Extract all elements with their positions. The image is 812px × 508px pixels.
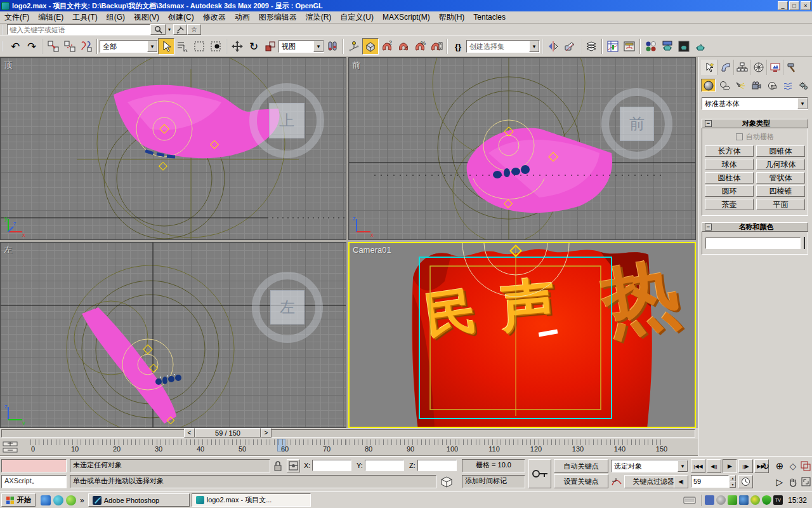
task-photoshop[interactable]: Adobe Photoshop [88,493,190,507]
zoom-region-icon[interactable] [799,459,812,473]
tray-antivirus-icon[interactable] [750,495,760,505]
isolate-cube-icon[interactable] [440,476,453,488]
rectangular-selection-region-button[interactable] [191,38,207,55]
minimize-button[interactable]: _ [778,1,788,10]
snap-2d-button[interactable]: 2 [379,38,395,55]
tab-motion[interactable] [750,60,767,75]
auto-key-button[interactable]: 自动关键点 [554,459,608,473]
object-button-cylinder[interactable]: 圆柱体 [705,172,754,184]
collapse-icon[interactable]: − [705,224,712,231]
tray-qq-icon[interactable] [739,495,749,505]
select-and-rotate-button[interactable]: ↻ [246,38,262,55]
menu-item-animation[interactable]: 动画 [230,11,254,24]
time-slider-value[interactable]: 59 / 150 [195,428,261,438]
menu-item-create[interactable]: 创建(C) [164,11,199,24]
tray-keyboard-icon[interactable] [683,496,696,505]
viewcube[interactable]: 前 [601,88,672,159]
rendered-frame-window-button[interactable] [676,38,692,55]
unlink-button[interactable] [62,38,78,55]
angle-snap-button[interactable] [395,38,412,55]
track-bar[interactable]: 0 10 20 30 40 50 60 70 80 90 100 110 120… [0,439,698,456]
menu-item-views[interactable]: 视图(V) [129,11,164,24]
tray-shield-icon[interactable] [762,495,771,505]
chevron-down-icon[interactable]: ▾ [678,460,688,472]
favorites-icon[interactable]: ☆ [187,24,201,35]
viewcube-face-label[interactable]: 上 [269,103,304,138]
object-type-rollout-header[interactable]: − 对象类型 [702,119,808,128]
tray-volume-icon[interactable] [716,495,726,505]
category-helpers[interactable] [764,79,779,92]
quick-render-button[interactable] [692,38,709,55]
previous-frame-arrow[interactable]: < [184,428,195,438]
search-icon[interactable] [150,24,166,35]
snap-toggle-button[interactable] [362,38,379,55]
name-color-rollout-header[interactable]: − 名称和颜色 [702,222,808,232]
tab-hierarchy[interactable] [734,60,750,75]
tab-modify[interactable] [717,60,734,75]
z-coordinate-field[interactable] [417,460,457,471]
menu-item-help[interactable]: 帮助(H) [435,11,469,24]
viewport-top-label[interactable]: 顶 [4,60,12,71]
menu-item-file[interactable]: 文件(F) [0,11,34,24]
toolbar-grip[interactable] [2,25,5,35]
maxscript-mini-listener[interactable]: AXScript。 [1,475,67,488]
next-frame-arrow[interactable]: > [261,428,272,438]
spinner-snap-button[interactable] [428,38,445,55]
viewcube-face-label[interactable]: 左 [270,290,304,324]
macro-recorder-field[interactable] [1,459,67,472]
edit-named-selection-sets-button[interactable]: {} [450,38,466,55]
viewport-camera-label[interactable]: Camera01 [353,245,391,255]
menu-item-group[interactable]: 组(G) [102,11,129,24]
search-input[interactable] [7,24,150,35]
add-time-tag[interactable]: 添加时间标记 [462,475,525,488]
selection-lock-icon[interactable] [273,460,282,471]
reference-coordinate-dropdown[interactable]: 视图 ▾ [278,40,324,53]
viewport-camera[interactable]: 民 声 热 Camera01 [348,242,696,428]
field-of-view-button[interactable]: ▷ [773,475,787,488]
object-button-pyramid[interactable]: 四棱锥 [756,185,805,197]
object-button-plane[interactable]: 平面 [756,199,805,210]
menu-item-graph-editors[interactable]: 图形编辑器 [254,11,301,24]
time-configuration-button[interactable] [738,475,753,488]
zoom-extents-button[interactable]: ◇ [787,459,799,473]
use-pivot-center-button[interactable] [324,38,341,55]
zoom-button[interactable]: ⊕ [773,459,787,473]
tray-network-icon[interactable] [705,495,714,505]
quick-launch-qq-icon[interactable] [53,495,63,505]
category-cameras[interactable] [749,79,763,92]
object-name-field[interactable] [705,237,801,249]
viewport-left-label[interactable]: 左 [4,244,12,256]
time-slider-track[interactable] [1,429,695,438]
main-toolbar-grip[interactable] [2,41,5,51]
time-slider[interactable]: < 59 / 150 > [184,428,272,438]
curve-editor-button[interactable] [605,38,621,55]
selection-filter-dropdown[interactable]: 全部 ▾ [100,40,158,53]
current-frame-field[interactable] [691,475,729,488]
object-button-torus[interactable]: 圆环 [705,185,754,197]
autogrid-checkbox[interactable] [736,133,743,140]
quick-launch-plus-icon[interactable] [66,495,76,505]
object-button-cone[interactable]: 圆锥体 [756,145,805,157]
object-button-geosphere[interactable]: 几何球体 [756,159,805,170]
quick-launch-ie-icon[interactable] [41,495,51,505]
tray-messenger-icon[interactable] [728,495,737,505]
mini-curve-editor-icon[interactable] [3,441,18,453]
bind-to-spacewarp-button[interactable] [78,38,95,55]
undo-button[interactable]: ↶ [7,38,23,55]
pan-hand-icon[interactable] [787,475,799,488]
category-space-warps[interactable] [780,79,795,92]
tab-utilities[interactable] [783,60,800,75]
frame-spinner[interactable]: ▲ ▼ [730,475,736,488]
object-category-dropdown[interactable]: 标准基本体 ▾ [702,97,808,110]
search-dropdown-icon[interactable]: ▾ [166,24,173,35]
play-button[interactable]: ▶ [723,459,737,473]
orbit-button[interactable]: ↻ [759,459,773,473]
viewport-top[interactable]: 上 顶 y x z [0,57,346,240]
object-button-teapot[interactable]: 茶壶 [705,199,754,210]
menu-item-customize[interactable]: 自定义(U) [336,11,378,24]
viewport-left[interactable]: 左 左 z y [0,242,346,428]
key-mode-toggle-button[interactable]: ◀| [674,475,688,488]
next-frame-button[interactable]: ||▶ [738,459,753,473]
menu-item-maxscript[interactable]: MAXScript(M) [378,11,435,23]
maximize-button[interactable]: □ [789,1,799,10]
